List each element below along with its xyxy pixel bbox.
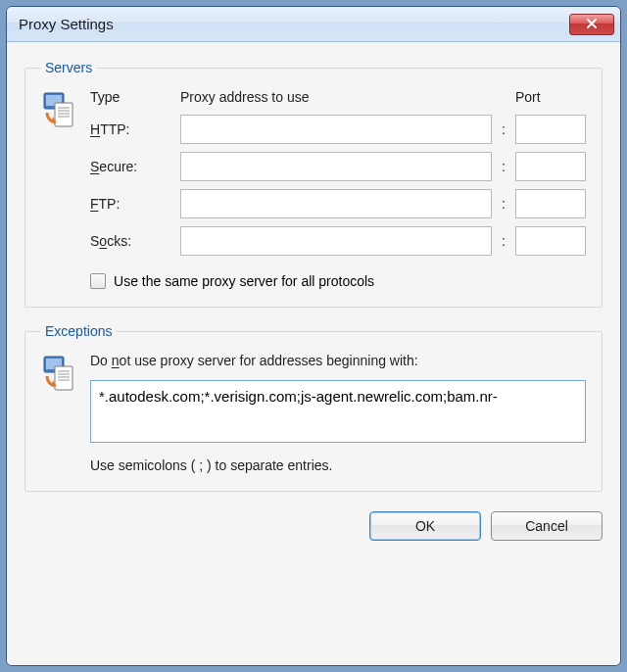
col-header-address: Proxy address to use	[180, 89, 492, 111]
secure-port-input[interactable]	[515, 152, 586, 181]
ftp-label: FTP:	[90, 196, 174, 212]
exceptions-label: Do not use proxy server for addresses be…	[90, 353, 586, 368]
dialog-footer: OK Cancel	[24, 507, 603, 541]
close-button[interactable]	[569, 14, 614, 35]
socks-address-input[interactable]	[180, 226, 492, 256]
http-port-input[interactable]	[515, 115, 586, 144]
http-address-input[interactable]	[180, 115, 492, 144]
dialog-client: Servers Type Proxy	[7, 42, 620, 665]
servers-legend: Servers	[41, 60, 96, 75]
servers-icon	[41, 89, 84, 130]
http-label: HTTP:	[90, 121, 174, 137]
secure-label: Secure:	[90, 159, 174, 174]
exceptions-icon	[41, 353, 84, 394]
socks-label: Socks:	[90, 233, 174, 249]
secure-address-input[interactable]	[180, 152, 492, 181]
colon: :	[498, 233, 509, 249]
colon: :	[498, 196, 509, 212]
col-header-type: Type	[90, 89, 174, 111]
colon: :	[498, 121, 509, 137]
same-server-label[interactable]: Use the same proxy server for all protoc…	[114, 273, 374, 289]
svg-rect-2	[55, 103, 72, 126]
close-icon	[586, 17, 598, 32]
same-server-checkbox[interactable]	[90, 273, 106, 289]
col-header-port: Port	[515, 89, 586, 111]
window-title: Proxy Settings	[19, 16, 569, 32]
same-server-row: Use the same proxy server for all protoc…	[90, 273, 586, 289]
exceptions-textarea[interactable]	[90, 380, 586, 443]
titlebar: Proxy Settings	[7, 7, 620, 42]
servers-group: Servers Type Proxy	[24, 60, 603, 308]
exceptions-group: Exceptions Do not use proxy	[24, 323, 603, 492]
ok-button[interactable]: OK	[369, 511, 481, 541]
ftp-port-input[interactable]	[515, 189, 586, 218]
proxy-settings-window: Proxy Settings Servers	[6, 6, 621, 666]
colon: :	[498, 159, 509, 174]
svg-rect-9	[55, 366, 72, 390]
cancel-button[interactable]: Cancel	[491, 511, 603, 541]
exceptions-legend: Exceptions	[41, 323, 116, 339]
socks-port-input[interactable]	[515, 226, 586, 256]
exceptions-hint: Use semicolons ( ; ) to separate entries…	[90, 457, 586, 473]
ftp-address-input[interactable]	[180, 189, 492, 218]
